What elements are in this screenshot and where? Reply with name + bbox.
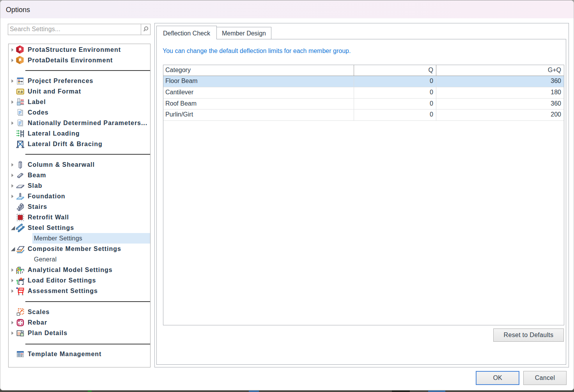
svg-text:xx: xx <box>21 102 24 104</box>
svg-text:xx: xx <box>21 99 24 101</box>
svg-text:#.0: #.0 <box>18 90 23 94</box>
